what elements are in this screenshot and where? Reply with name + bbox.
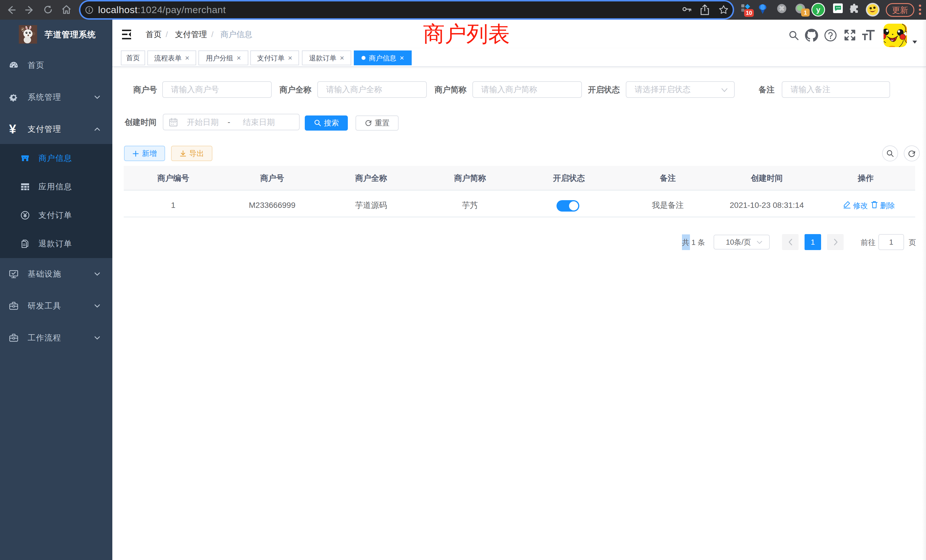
svg-text:y: y bbox=[816, 5, 820, 14]
svg-text:⌘: ⌘ bbox=[779, 5, 785, 12]
